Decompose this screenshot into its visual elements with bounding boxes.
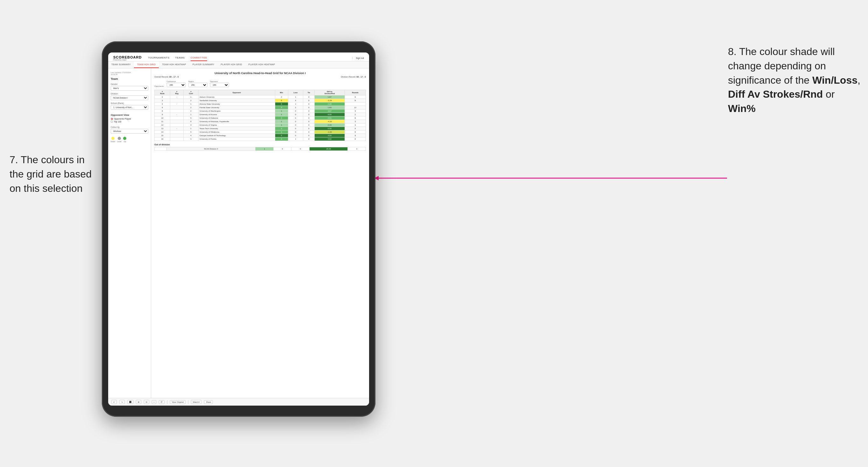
division-label: Division bbox=[111, 93, 148, 95]
table-cell: 0 bbox=[288, 123, 303, 127]
annotation-right-bold2: Diff Av Strokes/Rnd bbox=[728, 88, 823, 100]
table-cell: Auburn University bbox=[198, 95, 275, 99]
table-cell: 3 bbox=[345, 110, 366, 113]
out-div-diff: 26.00 bbox=[309, 147, 347, 151]
nav-committee[interactable]: COMMITTEE bbox=[191, 55, 208, 61]
table-cell: 3.67 bbox=[315, 110, 345, 113]
table-cell: 6 bbox=[184, 120, 198, 123]
table-cell: 1 bbox=[184, 127, 198, 130]
th-tie: Tie bbox=[303, 90, 315, 95]
share-button[interactable]: Share bbox=[204, 400, 213, 404]
legend-dot-up bbox=[123, 137, 126, 140]
sub-tab-player-h2h-heatmap[interactable]: PLAYER H2H HEATMAP bbox=[245, 61, 278, 68]
region-filter-select[interactable]: (All) bbox=[188, 83, 208, 87]
table-cell: 9 bbox=[345, 95, 366, 99]
table-cell: - bbox=[170, 127, 184, 130]
table-cell: 3 bbox=[275, 127, 288, 130]
table-cell: 0 bbox=[288, 130, 303, 134]
nav-links: TOURNAMENTS TEAMS COMMITTEE bbox=[148, 55, 352, 61]
gender-select[interactable]: Men's bbox=[111, 86, 148, 91]
table-cell: 6 bbox=[155, 106, 170, 110]
table-cell: - bbox=[170, 95, 184, 99]
division-select[interactable]: NCAA Division I bbox=[111, 95, 148, 100]
filters-row: Opponents: Conference (All) Region (All) bbox=[154, 81, 366, 87]
th-conf: #Conf bbox=[184, 90, 198, 95]
toolbar-btn5[interactable]: ⊟ bbox=[144, 400, 149, 404]
legend-up: Up bbox=[123, 137, 126, 143]
redo-button[interactable]: ↪ bbox=[119, 400, 125, 404]
out-div-label bbox=[155, 147, 167, 151]
sub-tab-team-h2h-heatmap[interactable]: TEAM H2H HEATMAP bbox=[159, 61, 189, 68]
radio-top100[interactable]: Top 100 bbox=[111, 121, 148, 123]
table-row: 9-1University of Arizona1009.002 bbox=[155, 113, 366, 117]
table-cell: 0 bbox=[303, 99, 315, 102]
table-cell: 3 bbox=[184, 137, 198, 141]
sub-tab-team-summary[interactable]: TEAM SUMMARY bbox=[108, 61, 134, 68]
table-cell: 0 bbox=[303, 130, 315, 134]
toolbar-btn7[interactable]: ⏱ bbox=[159, 400, 164, 404]
last-updated: Last Updated: 27/03/2024 16:55:38 bbox=[111, 71, 148, 75]
table-cell: 0 bbox=[303, 102, 315, 106]
nav-teams[interactable]: TEAMS bbox=[175, 55, 185, 61]
table-cell: 0 bbox=[303, 95, 315, 99]
sign-out-link[interactable]: Sign out bbox=[352, 57, 364, 59]
legend-label-level: Level bbox=[117, 141, 121, 143]
table-cell: 0 bbox=[303, 134, 315, 137]
opponent-filter: Opponent (All) bbox=[210, 81, 229, 87]
table-row: 32Vanderbilt University040-2.298 bbox=[155, 99, 366, 102]
colour-by-select[interactable]: Win/loss bbox=[111, 129, 148, 134]
table-cell: 2 bbox=[155, 95, 170, 99]
table-cell: 9 bbox=[345, 137, 366, 141]
undo-button[interactable]: ↩ bbox=[111, 400, 117, 404]
table-cell: 0 bbox=[303, 110, 315, 113]
table-cell: 9 bbox=[345, 127, 366, 130]
table-cell: 3 bbox=[275, 117, 288, 120]
table-cell: 0 bbox=[303, 127, 315, 130]
logo-sub: Powered by clippd bbox=[113, 59, 142, 61]
conference-filter-select[interactable]: (All) bbox=[167, 83, 186, 87]
table-cell: 12 bbox=[345, 106, 366, 110]
radio-opponents-played[interactable]: Opponents Played bbox=[111, 118, 148, 120]
table-cell: 4 bbox=[275, 106, 288, 110]
toolbar-btn4[interactable]: ⊞ bbox=[136, 400, 141, 404]
colour-by-label: Colour by bbox=[111, 126, 148, 128]
view-original-button[interactable]: View: Original bbox=[170, 400, 186, 404]
table-row: 105University of Alabama3002.618 bbox=[155, 117, 366, 120]
table-cell: 0 bbox=[303, 120, 315, 123]
nav-tournaments[interactable]: TOURNAMENTS bbox=[148, 55, 169, 61]
out-division-table: NCAA Division II 1 0 0 26.00 3 bbox=[154, 147, 366, 151]
table-cell: 1 bbox=[275, 120, 288, 123]
table-cell: 4.50 bbox=[315, 134, 345, 137]
table-cell: Georgia Institute of Technology bbox=[198, 134, 275, 137]
table-cell: 3 bbox=[275, 137, 288, 141]
toolbar-btn3[interactable]: ⬛ bbox=[127, 400, 133, 404]
school-select[interactable]: 1. University of Nort... bbox=[111, 105, 148, 110]
th-opponent: Opponent bbox=[198, 90, 275, 95]
toolbar-btn6[interactable]: • bbox=[152, 400, 156, 404]
table-cell: -2.29 bbox=[315, 99, 345, 102]
annotation-right-bold3: Win% bbox=[728, 103, 756, 114]
main-content: Last Updated: 27/03/2024 16:55:38 Team G… bbox=[108, 68, 369, 398]
opponent-filter-select[interactable]: (All) bbox=[210, 83, 229, 87]
table-cell: 10 bbox=[155, 117, 170, 120]
radio-circle-opponents bbox=[111, 118, 113, 120]
out-div-win: 1 bbox=[255, 147, 274, 151]
table-cell: 4.62 bbox=[315, 137, 345, 141]
sub-tab-team-h2h-grid[interactable]: TEAM H2H GRID bbox=[134, 61, 159, 68]
table-cell: 4 bbox=[184, 134, 198, 137]
table-cell: 1 bbox=[184, 95, 198, 99]
sub-tab-player-h2h-grid[interactable]: PLAYER H2H GRID bbox=[218, 61, 245, 68]
out-div-loss: 0 bbox=[273, 147, 291, 151]
table-row: 123University of Virginia1002.333 bbox=[155, 123, 366, 127]
watch-button[interactable]: Watch ▾ bbox=[191, 400, 202, 404]
grid-content: University of North Carolina Head-to-Hea… bbox=[151, 68, 369, 398]
sidebar: Last Updated: 27/03/2024 16:55:38 Team G… bbox=[108, 68, 151, 398]
table-cell: 0 bbox=[288, 120, 303, 123]
table-cell: 2 bbox=[345, 113, 366, 117]
last-updated-time: 16:55:38 bbox=[111, 73, 117, 75]
sub-tab-player-summary[interactable]: PLAYER SUMMARY bbox=[189, 61, 218, 68]
table-cell: 14 bbox=[155, 130, 170, 134]
annotation-right-text3: or bbox=[823, 88, 835, 100]
th-win: Win bbox=[275, 90, 288, 95]
opponents-filter-label: Opponents: bbox=[154, 85, 164, 87]
